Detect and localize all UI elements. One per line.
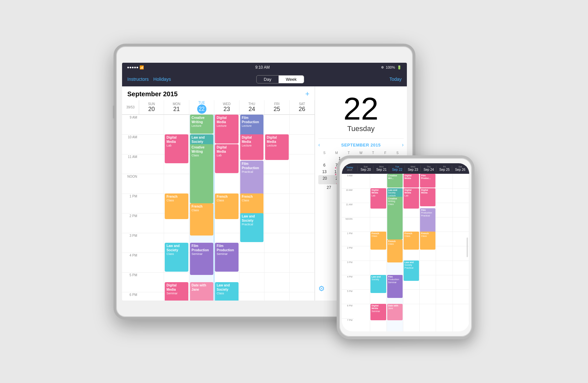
day-name-wed: Wed <box>223 102 230 106</box>
event-french-class-wed[interactable]: French Class <box>215 193 238 219</box>
mini-cal-next[interactable]: › <box>402 142 404 148</box>
day-num-tue: 22 <box>197 104 206 114</box>
day-col-fri: Digital Media Lecture <box>264 115 289 301</box>
iphone-sep23-num: Sep 23 <box>408 168 418 171</box>
iphone-time-7pm: 7 PM <box>342 318 354 331</box>
today-button[interactable]: Today <box>389 77 402 82</box>
gear-icon[interactable]: ⚙ <box>318 284 325 293</box>
day-header-mon: Mon 21 <box>164 100 189 114</box>
iphone-event-dm-thu[interactable]: Film Produc... <box>420 174 435 188</box>
day-num-fri: 25 <box>274 106 280 113</box>
event-law-society-class-mon[interactable]: Law and Society Class <box>165 243 188 272</box>
iphone-event-cw-class-tue[interactable]: CreativeWritingClass <box>387 197 403 239</box>
iphone-event-law-mon[interactable]: Law andSociety <box>370 275 386 293</box>
event-digital-media-fri[interactable]: Digital Media Lecture <box>265 134 288 160</box>
event-digital-media-lab-mon[interactable]: Digital Media Lab <box>165 134 188 163</box>
day-col-mon: Digital Media Lab French Class <box>164 115 189 301</box>
dow-t2: T <box>367 150 379 155</box>
iphone-side-button <box>472 197 473 207</box>
iphone-event-french-tue[interactable]: FrenchClass <box>387 239 403 262</box>
event-date-with-jane[interactable]: Date with Jane <box>190 282 213 301</box>
day-header-sat: Sat 26 <box>290 100 315 114</box>
signal-dot <box>136 67 138 68</box>
signal-dot <box>132 67 134 68</box>
time-grid-scroll[interactable]: 9 AM 10 AM 11 AM NOON 1 PM 2 PM 3 PM 4 P… <box>122 115 315 301</box>
iphone-time-9am: 9 AM <box>342 174 354 188</box>
iphone-event-dm-lab-wed[interactable]: Digital MediaLab <box>404 188 419 209</box>
iphone-event-date-jane[interactable]: Date withJane <box>387 304 403 320</box>
mini-day-13[interactable]: 13 <box>318 169 330 175</box>
iphone-event-cw-lecture-tue[interactable]: Creative Wri... <box>387 174 403 188</box>
iphone-time-1pm: 1 PM <box>342 232 354 246</box>
iphone-time-11am: 11 AM <box>342 203 354 217</box>
event-french-class-tue[interactable]: French Class <box>190 203 213 236</box>
iphone-today-label: Today <box>346 166 353 169</box>
toolbar-left: Instructors Holidays <box>127 77 171 82</box>
day-header-sun: Sun 20 <box>139 100 164 114</box>
day-name-tue: Tue <box>199 101 205 104</box>
event-law-society-practical[interactable]: Law and Society Practical <box>240 213 263 242</box>
iphone-sep26-num: Sep 26 <box>455 168 466 171</box>
iphone-event-dm-lecture-thu[interactable]: Digital Media <box>420 188 435 206</box>
days-area: Digital Media Lab French Class <box>139 115 315 301</box>
iphone-device: Today 2015 Sun Sep 20 Mon Sep 21 Tue Sep… <box>337 155 474 339</box>
add-event-button[interactable]: + <box>305 90 309 98</box>
iphone-col-mon: Digital MediaLab FrenchClass Law andSoci… <box>370 174 387 331</box>
iphone-sep22-header: Tue Sep 22 <box>390 166 405 171</box>
dow-f: F <box>379 150 391 155</box>
iphone-event-dm-seminar-mon[interactable]: Digital MediaSeminar <box>370 304 386 320</box>
event-film-production-seminar-wed[interactable]: Film Production Seminar <box>215 243 238 272</box>
event-french-class-mon[interactable]: French Class <box>165 193 188 219</box>
iphone-sep21-num: Sep 21 <box>376 168 387 171</box>
day-col-tue: Creative Writing Lecture Law and Society… <box>189 115 214 301</box>
iphone-sep23-header: Wed Sep 23 <box>406 166 421 171</box>
time-5pm: 5 PM <box>122 272 139 292</box>
mini-day-empty <box>318 155 332 162</box>
iphone-event-french-wed[interactable]: FrenchClass <box>404 232 419 250</box>
instructors-button[interactable]: Instructors <box>127 77 149 82</box>
iphone-sep22-num: Sep 22 <box>392 168 403 171</box>
iphone-grid-scroll[interactable]: 9 AM 10 AM 11 AM NOON 1 PM 2 PM 3 PM 4 P… <box>342 174 469 331</box>
event-creative-writing-lecture-tue[interactable]: Creative Writing Lecture <box>190 115 213 134</box>
day-num-wed: 23 <box>223 106 230 113</box>
iphone-event-film-seminar-tue[interactable]: FilmProductionSeminar <box>387 275 403 298</box>
iphone-sep20-name: Sun <box>364 166 368 168</box>
mini-cal-prev[interactable]: ‹ <box>318 142 320 148</box>
iphone-event-law-practical-wed[interactable]: Law andSocietyPractical <box>404 260 419 281</box>
event-film-production-seminar-tue[interactable]: Film Production Seminar <box>190 243 213 275</box>
iphone-col-thu: Film Produc... Digital Media FilmProduct… <box>420 174 436 331</box>
day-col-sun <box>139 115 164 301</box>
day-num-sun: 20 <box>148 106 155 113</box>
day-header-tue: Tue 22 <box>189 100 214 114</box>
iphone-today-col: Today 2015 <box>343 166 358 171</box>
big-date-day: Tuesday <box>318 124 404 133</box>
day-name-mon: Mon <box>173 102 180 106</box>
holidays-button[interactable]: Holidays <box>153 77 171 82</box>
event-creative-writing-class-tue[interactable]: Creative Writing Class <box>190 144 213 203</box>
event-digital-media-seminar-mon[interactable]: Digital Media Seminar <box>165 282 188 301</box>
iphone-event-french-mon[interactable]: FrenchClass <box>370 232 386 250</box>
iphone-cal-header: Today 2015 Sun Sep 20 Mon Sep 21 Tue Sep… <box>342 163 469 174</box>
event-digital-media-lecture-thu[interactable]: Digital Media Lecture <box>240 134 263 160</box>
iphone-time-4pm: 4 PM <box>342 275 354 289</box>
signal-dot <box>134 67 136 68</box>
event-digital-media-lecture-wed[interactable]: Digital Media Lecture <box>215 115 238 144</box>
event-digital-media-lab-wed[interactable]: Digital Media Lab <box>215 144 238 173</box>
dow-w: W <box>355 150 367 155</box>
battery-icon: 🔋 <box>397 65 402 70</box>
day-view-button[interactable]: Day <box>257 76 279 83</box>
mini-day-6[interactable]: 6 <box>318 162 330 169</box>
iphone-event-french-thu[interactable]: FrenchClass <box>420 232 435 250</box>
mini-cal-header: ‹ SEPTEMBER 2015 › <box>318 142 404 148</box>
mini-day-20[interactable]: 20 <box>318 175 331 184</box>
iphone-event-dm-lab-mon[interactable]: Digital MediaLab <box>370 188 386 209</box>
iphone-event-dm-lecture-wed[interactable]: Digital Media <box>404 174 419 188</box>
iphone-sep21-name: Mon <box>379 166 384 168</box>
time-6pm: 6 PM <box>122 292 139 301</box>
day-num-sat: 26 <box>299 106 305 113</box>
iphone-scrollbar <box>467 237 468 257</box>
week-view-button[interactable]: Week <box>279 76 304 83</box>
event-law-society-class-wed[interactable]: Law and Society Class <box>215 282 238 301</box>
iphone-time-5pm: 5 PM <box>342 289 354 304</box>
time-1pm: 1 PM <box>122 193 139 213</box>
